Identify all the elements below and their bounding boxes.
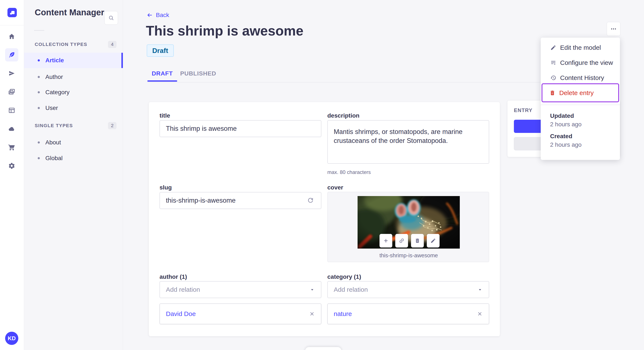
bullet-icon bbox=[38, 107, 40, 109]
menu-item-delete-entry[interactable]: Delete entry bbox=[542, 83, 619, 102]
created-value: 2 hours ago bbox=[550, 141, 582, 148]
cover-delete-button[interactable] bbox=[411, 234, 424, 247]
category-combobox-placeholder: Add relation bbox=[334, 286, 477, 293]
subnav-item-about[interactable]: About bbox=[24, 135, 123, 150]
title-input[interactable] bbox=[160, 120, 321, 137]
subnav-title: Content Manager bbox=[35, 8, 104, 17]
subnav-item-author[interactable]: Author bbox=[24, 69, 123, 85]
menu-item-label: Configure the view bbox=[560, 59, 613, 66]
feather-icon bbox=[8, 51, 15, 58]
sidebar-item-content-type-builder[interactable] bbox=[5, 104, 18, 117]
cloud-icon bbox=[8, 125, 15, 133]
layout-icon bbox=[8, 107, 15, 114]
link-icon bbox=[399, 238, 405, 244]
sidebar-item-media-library[interactable] bbox=[5, 85, 18, 98]
updated-value: 2 hours ago bbox=[550, 121, 582, 128]
bullet-icon bbox=[38, 91, 40, 93]
nav-rail: KD bbox=[0, 0, 24, 350]
bullet-icon bbox=[38, 141, 40, 144]
subnav-item-label: Category bbox=[45, 89, 70, 96]
slug-input[interactable] bbox=[160, 192, 321, 209]
description-hint: max. 80 characters bbox=[327, 169, 371, 175]
author-relation-combobox[interactable]: Add relation bbox=[160, 281, 321, 298]
sidebar-item-deploy[interactable] bbox=[5, 122, 18, 136]
tab-draft[interactable]: DRAFT bbox=[147, 70, 177, 77]
more-actions-button[interactable] bbox=[607, 22, 620, 36]
menu-divider bbox=[541, 105, 620, 105]
plus-icon bbox=[383, 238, 389, 244]
cover-field-label: cover bbox=[327, 184, 343, 191]
bullet-icon bbox=[38, 76, 40, 78]
search-icon bbox=[108, 15, 114, 21]
strapi-logo[interactable] bbox=[8, 8, 17, 17]
configure-list-icon bbox=[550, 59, 556, 66]
tab-active-underline bbox=[147, 80, 177, 82]
sidebar-item-settings[interactable] bbox=[5, 159, 18, 173]
sidebar-item-home[interactable] bbox=[5, 30, 18, 43]
back-link[interactable]: Back bbox=[146, 12, 169, 18]
category-relation-item: nature bbox=[327, 303, 489, 324]
subnav-item-label: Author bbox=[45, 74, 63, 80]
regenerate-slug-button[interactable] bbox=[307, 197, 314, 204]
active-indicator bbox=[122, 53, 123, 68]
content-manager-subnav: Content Manager COLLECTION TYPES 4 Artic… bbox=[24, 0, 123, 350]
subnav-item-user[interactable]: User bbox=[24, 100, 123, 116]
subnav-item-article[interactable]: Article bbox=[24, 53, 123, 68]
cart-icon bbox=[8, 144, 15, 151]
description-textarea[interactable]: Mantis shrimps, or stomatopods, are mari… bbox=[327, 120, 489, 164]
slug-field-label: slug bbox=[160, 184, 172, 191]
ellipsis-icon bbox=[610, 26, 617, 32]
sidebar-item-releases[interactable] bbox=[5, 67, 18, 80]
category-relation-link[interactable]: nature bbox=[334, 310, 477, 318]
menu-item-content-history[interactable]: Content History bbox=[542, 70, 618, 85]
status-badge: Draft bbox=[147, 44, 174, 57]
category-relation-combobox[interactable]: Add relation bbox=[327, 281, 489, 298]
entry-panel-title: ENTRY bbox=[514, 107, 532, 113]
sidebar-item-content-manager[interactable] bbox=[5, 48, 18, 61]
avatar-initials: KD bbox=[8, 335, 16, 342]
author-field-label: author (1) bbox=[160, 273, 187, 280]
edit-form-card: title description Mantis shrimps, or sto… bbox=[149, 102, 500, 336]
avatar[interactable]: KD bbox=[5, 332, 18, 345]
sidebar-item-marketplace[interactable] bbox=[5, 141, 18, 154]
strapi-logo-icon bbox=[9, 9, 15, 16]
chevron-down-icon bbox=[477, 287, 483, 292]
cover-edit-button[interactable] bbox=[427, 234, 440, 247]
history-icon bbox=[550, 75, 556, 81]
bullet-icon bbox=[38, 59, 40, 61]
cover-carousel: this-shrimp-is-awesome bbox=[327, 192, 489, 262]
cover-copy-link-button[interactable] bbox=[395, 234, 408, 247]
pencil-icon bbox=[430, 238, 436, 243]
back-label: Back bbox=[156, 12, 169, 18]
menu-item-edit-model[interactable]: Edit the model bbox=[542, 40, 618, 55]
pencil-icon bbox=[550, 44, 556, 51]
refresh-icon bbox=[307, 197, 314, 204]
page-title: This shrimp is awesome bbox=[146, 23, 304, 39]
remove-relation-icon[interactable] bbox=[477, 311, 483, 317]
media-images-icon bbox=[8, 88, 15, 95]
description-field-label: description bbox=[327, 112, 360, 119]
author-relation-item: David Doe bbox=[160, 303, 321, 324]
cover-actions bbox=[380, 234, 440, 247]
updated-label: Updated bbox=[550, 113, 574, 119]
subnav-item-category[interactable]: Category bbox=[24, 85, 123, 100]
cover-filename: this-shrimp-is-awesome bbox=[328, 252, 490, 259]
created-label: Created bbox=[550, 133, 572, 140]
home-icon bbox=[8, 33, 15, 40]
floating-widget[interactable] bbox=[305, 347, 342, 350]
chevron-down-icon bbox=[310, 287, 315, 292]
subnav-item-label: Article bbox=[45, 57, 64, 64]
menu-item-label: Delete entry bbox=[559, 89, 594, 97]
bullet-icon bbox=[38, 157, 40, 159]
paper-plane-icon bbox=[8, 70, 15, 77]
tab-published[interactable]: PUBLISHED bbox=[180, 70, 216, 77]
search-button[interactable] bbox=[104, 11, 118, 25]
author-combobox-placeholder: Add relation bbox=[166, 286, 310, 293]
cover-add-button[interactable] bbox=[380, 234, 392, 247]
arrow-left-icon bbox=[146, 12, 153, 18]
title-field-label: title bbox=[160, 112, 170, 119]
author-relation-link[interactable]: David Doe bbox=[166, 310, 309, 318]
subnav-item-global[interactable]: Global bbox=[24, 151, 123, 166]
menu-item-configure-view[interactable]: Configure the view bbox=[542, 55, 618, 70]
remove-relation-icon[interactable] bbox=[309, 311, 315, 317]
